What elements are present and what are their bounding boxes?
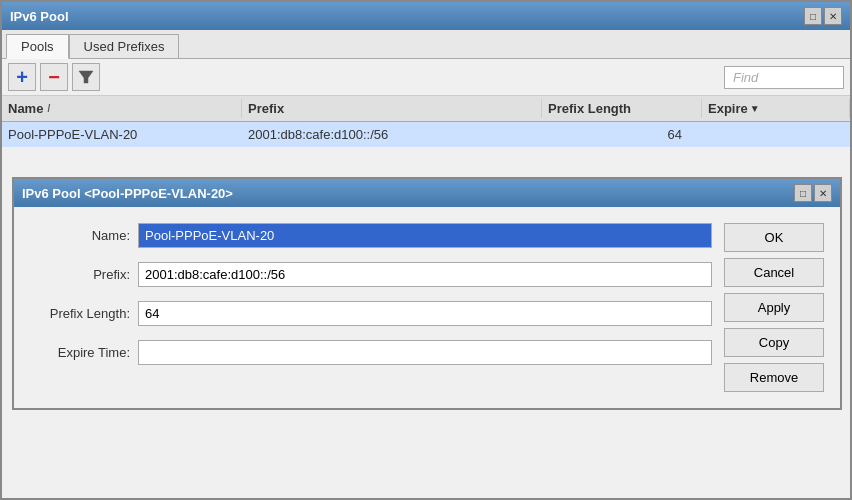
prefix-length-label: Prefix Length: <box>30 306 130 321</box>
svg-marker-0 <box>79 71 93 83</box>
toolbar: + − <box>2 59 850 96</box>
remove-button[interactable]: − <box>40 63 68 91</box>
expire-label: Expire Time: <box>30 345 130 360</box>
name-row: Name: <box>30 223 712 248</box>
copy-button[interactable]: Copy <box>724 328 824 357</box>
inner-window-title: IPv6 Pool <Pool-PPPoE-VLAN-20> <box>22 186 233 201</box>
name-label: Name: <box>30 228 130 243</box>
inner-minimize-button[interactable]: □ <box>794 184 812 202</box>
inner-window: IPv6 Pool <Pool-PPPoE-VLAN-20> □ ✕ Name:… <box>12 177 842 410</box>
main-content: IPv6 Pool <Pool-PPPoE-VLAN-20> □ ✕ Name:… <box>2 147 850 498</box>
table-header: Name / Prefix Prefix Length Expire ▼ <box>2 96 850 122</box>
cancel-button[interactable]: Cancel <box>724 258 824 287</box>
inner-title-buttons: □ ✕ <box>794 184 832 202</box>
outer-minimize-button[interactable]: □ <box>804 7 822 25</box>
outer-close-button[interactable]: ✕ <box>824 7 842 25</box>
inner-body: Name: Prefix: Prefix Length: Expire Time… <box>14 207 840 408</box>
add-button[interactable]: + <box>8 63 36 91</box>
ok-button[interactable]: OK <box>724 223 824 252</box>
inner-close-button[interactable]: ✕ <box>814 184 832 202</box>
col-header-prefix-length: Prefix Length <box>542 99 702 118</box>
outer-title-buttons: □ ✕ <box>804 7 842 25</box>
tab-used-prefixes[interactable]: Used Prefixes <box>69 34 180 58</box>
inner-title-bar: IPv6 Pool <Pool-PPPoE-VLAN-20> □ ✕ <box>14 179 840 207</box>
name-input[interactable] <box>138 223 712 248</box>
col-header-prefix: Prefix <box>242 99 542 118</box>
prefix-length-input[interactable] <box>138 301 712 326</box>
apply-button[interactable]: Apply <box>724 293 824 322</box>
tabs-bar: Pools Used Prefixes <box>2 30 850 59</box>
title-bar: IPv6 Pool □ ✕ <box>2 2 850 30</box>
row-prefix: 2001:db8:cafe:d100::/56 <box>242 125 542 144</box>
row-expire <box>702 125 850 144</box>
col-header-expire: Expire ▼ <box>702 99 850 118</box>
find-input[interactable] <box>724 66 844 89</box>
col-header-name: Name / <box>2 99 242 118</box>
table-row[interactable]: Pool-PPPoE-VLAN-20 2001:db8:cafe:d100::/… <box>2 122 850 147</box>
prefix-input[interactable] <box>138 262 712 287</box>
tab-pools[interactable]: Pools <box>6 34 69 59</box>
row-name: Pool-PPPoE-VLAN-20 <box>2 125 242 144</box>
remove-button[interactable]: Remove <box>724 363 824 392</box>
expire-sort-icon: ▼ <box>750 103 760 114</box>
buttons-section: OK Cancel Apply Copy Remove <box>724 223 824 392</box>
outer-window: IPv6 Pool □ ✕ Pools Used Prefixes + − Na… <box>0 0 852 500</box>
prefix-row: Prefix: <box>30 262 712 287</box>
filter-button[interactable] <box>72 63 100 91</box>
row-prefix-length: 64 <box>542 125 702 144</box>
expire-input[interactable] <box>138 340 712 365</box>
outer-window-title: IPv6 Pool <box>10 9 69 24</box>
form-section: Name: Prefix: Prefix Length: Expire Time… <box>30 223 712 392</box>
prefix-label: Prefix: <box>30 267 130 282</box>
prefix-length-row: Prefix Length: <box>30 301 712 326</box>
filter-icon <box>78 69 94 85</box>
expire-row: Expire Time: <box>30 340 712 365</box>
sort-indicator: / <box>47 103 50 114</box>
